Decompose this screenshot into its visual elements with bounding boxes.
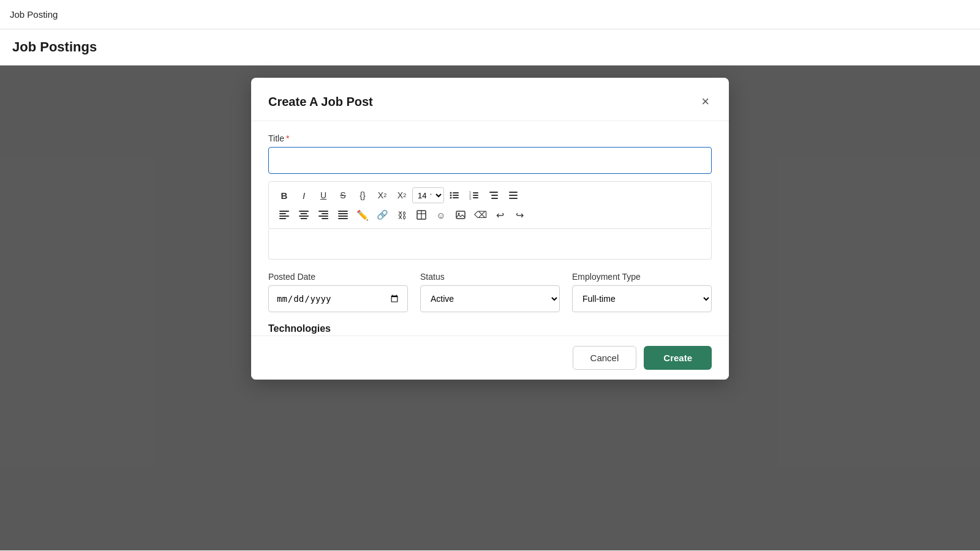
svg-text:3.: 3. <box>469 197 472 200</box>
modal-dialog: Create A Job Post × Title * B <box>251 78 729 380</box>
outdent-button[interactable] <box>504 187 522 204</box>
status-label: Status <box>420 272 560 282</box>
svg-rect-14 <box>491 198 498 199</box>
cancel-button[interactable]: Cancel <box>573 346 637 370</box>
svg-rect-33 <box>338 218 348 219</box>
eraser-button[interactable]: ⌫ <box>471 206 489 223</box>
svg-rect-37 <box>456 211 465 219</box>
emoji-button[interactable]: ☺ <box>432 206 450 223</box>
svg-rect-32 <box>338 216 348 217</box>
bullet-list-button[interactable] <box>445 187 464 204</box>
svg-rect-16 <box>509 195 518 196</box>
underline-button[interactable]: U <box>314 187 333 204</box>
svg-rect-15 <box>509 192 518 193</box>
svg-point-38 <box>458 213 460 215</box>
align-right-button[interactable] <box>314 206 333 223</box>
modal-close-button[interactable]: × <box>699 92 712 111</box>
modal-header: Create A Job Post × <box>251 78 729 121</box>
svg-rect-29 <box>322 218 328 219</box>
svg-rect-20 <box>279 216 289 217</box>
undo-button[interactable]: ↩ <box>491 206 509 223</box>
page-title: Job Postings <box>12 39 968 55</box>
status-group: Status Active Inactive Draft <box>420 272 560 312</box>
status-select[interactable]: Active Inactive Draft <box>420 285 560 312</box>
page-header: Job Postings <box>0 29 980 66</box>
main-content: Create A Job Post × Title * B <box>0 66 980 550</box>
svg-rect-18 <box>279 211 289 212</box>
svg-rect-28 <box>318 216 328 217</box>
title-input[interactable] <box>268 147 712 174</box>
toolbar-row-1: B I U S {} X2 X2 14 ▼ 10 12 14 16 <box>275 187 705 204</box>
create-button[interactable]: Create <box>644 346 712 370</box>
svg-rect-11 <box>473 197 478 198</box>
svg-rect-21 <box>279 218 286 219</box>
ordered-list-button[interactable]: 1.2.3. <box>465 187 483 204</box>
svg-point-4 <box>450 197 452 199</box>
svg-rect-1 <box>453 192 459 193</box>
code-button[interactable]: {} <box>353 187 372 204</box>
toolbar-row-2: ✏️ 🔗 ⛓ ☺ ⌫ ↩ ↪ <box>275 206 705 223</box>
svg-rect-25 <box>301 218 307 219</box>
unlink-button[interactable]: ⛓ <box>393 206 411 223</box>
svg-rect-3 <box>453 195 459 196</box>
employment-type-label: Employment Type <box>572 272 712 282</box>
posted-date-input[interactable] <box>268 285 408 312</box>
technologies-title: Technologies <box>268 323 712 334</box>
fields-row: Posted Date Status Active Inactive Draft <box>268 272 712 312</box>
svg-rect-24 <box>299 216 309 217</box>
svg-rect-23 <box>301 213 307 214</box>
table-button[interactable] <box>412 206 431 223</box>
indent-button[interactable] <box>484 187 503 204</box>
top-nav-title: Job Posting <box>10 9 58 20</box>
align-left-button[interactable] <box>275 206 293 223</box>
strikethrough-button[interactable]: S <box>334 187 352 204</box>
image-button[interactable] <box>451 206 470 223</box>
posted-date-group: Posted Date <box>268 272 408 312</box>
italic-button[interactable]: I <box>295 187 313 204</box>
title-field-group: Title * <box>268 133 712 174</box>
pen-button[interactable]: ✏️ <box>353 206 372 223</box>
subscript-button[interactable]: X2 <box>393 187 411 204</box>
modal-footer: Cancel Create <box>251 335 729 380</box>
font-size-select[interactable]: 14 ▼ 10 12 14 16 18 24 <box>412 187 444 203</box>
svg-rect-12 <box>489 192 498 193</box>
required-indicator: * <box>286 133 289 143</box>
employment-type-select[interactable]: Full-time Part-time Contract Freelance I… <box>572 285 712 312</box>
align-justify-button[interactable] <box>334 206 352 223</box>
svg-rect-27 <box>322 213 328 214</box>
svg-rect-9 <box>473 195 478 196</box>
svg-point-2 <box>450 195 452 197</box>
text-editor-area[interactable] <box>268 229 712 260</box>
svg-point-0 <box>450 192 452 194</box>
posted-date-label: Posted Date <box>268 272 408 282</box>
redo-button[interactable]: ↪ <box>510 206 529 223</box>
svg-rect-13 <box>491 195 498 196</box>
svg-rect-26 <box>318 211 328 212</box>
superscript-button[interactable]: X2 <box>373 187 391 204</box>
title-label: Title * <box>268 133 712 143</box>
align-center-button[interactable] <box>295 206 313 223</box>
svg-rect-22 <box>299 211 309 212</box>
bold-button[interactable]: B <box>275 187 293 204</box>
rich-text-toolbar: B I U S {} X2 X2 14 ▼ 10 12 14 16 <box>268 181 712 229</box>
svg-rect-17 <box>509 198 518 199</box>
link-button[interactable]: 🔗 <box>373 206 391 223</box>
svg-rect-5 <box>453 197 459 198</box>
svg-rect-19 <box>279 213 286 214</box>
top-nav: Job Posting <box>0 0 980 29</box>
svg-rect-7 <box>473 192 478 193</box>
modal-title: Create A Job Post <box>268 95 373 109</box>
modal-overlay: Create A Job Post × Title * B <box>0 66 980 550</box>
employment-type-group: Employment Type Full-time Part-time Cont… <box>572 272 712 312</box>
svg-rect-30 <box>338 211 348 212</box>
svg-rect-31 <box>338 213 348 214</box>
